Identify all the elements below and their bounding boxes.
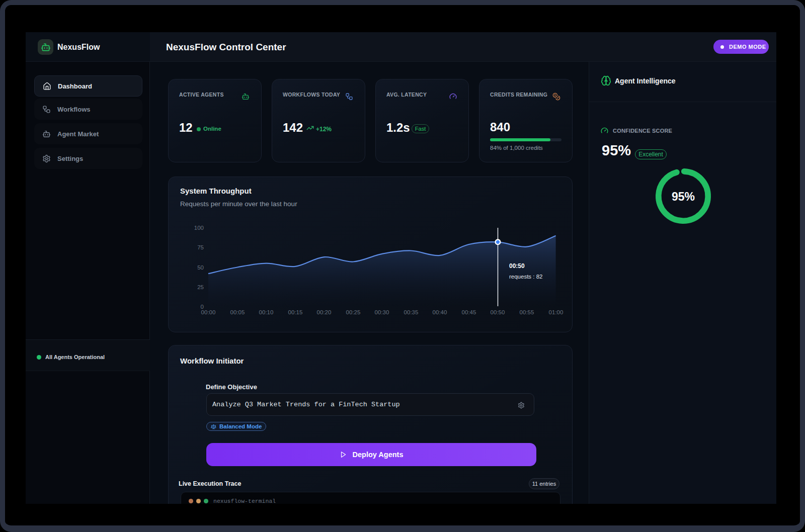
svg-text:50: 50 [197,264,204,271]
svg-text:00:15: 00:15 [288,309,303,315]
svg-text:00:45: 00:45 [462,309,476,315]
svg-text:75: 75 [197,244,204,250]
svg-text:01:00: 01:00 [549,309,564,315]
svg-text:00:55: 00:55 [520,309,534,315]
svg-text:00:30: 00:30 [375,309,389,315]
svg-text:00:50: 00:50 [509,262,525,270]
svg-text:requests : 82: requests : 82 [509,274,542,280]
svg-text:00:05: 00:05 [230,309,245,315]
svg-text:25: 25 [197,284,204,290]
svg-text:00:25: 00:25 [346,309,361,315]
svg-text:00:35: 00:35 [404,309,419,315]
svg-text:00:20: 00:20 [317,309,332,315]
svg-text:95%: 95% [672,190,695,203]
svg-text:00:00: 00:00 [201,309,216,315]
svg-text:00:10: 00:10 [259,309,274,315]
svg-text:00:50: 00:50 [491,309,505,315]
svg-text:100: 100 [194,225,204,231]
svg-text:00:40: 00:40 [433,309,447,315]
